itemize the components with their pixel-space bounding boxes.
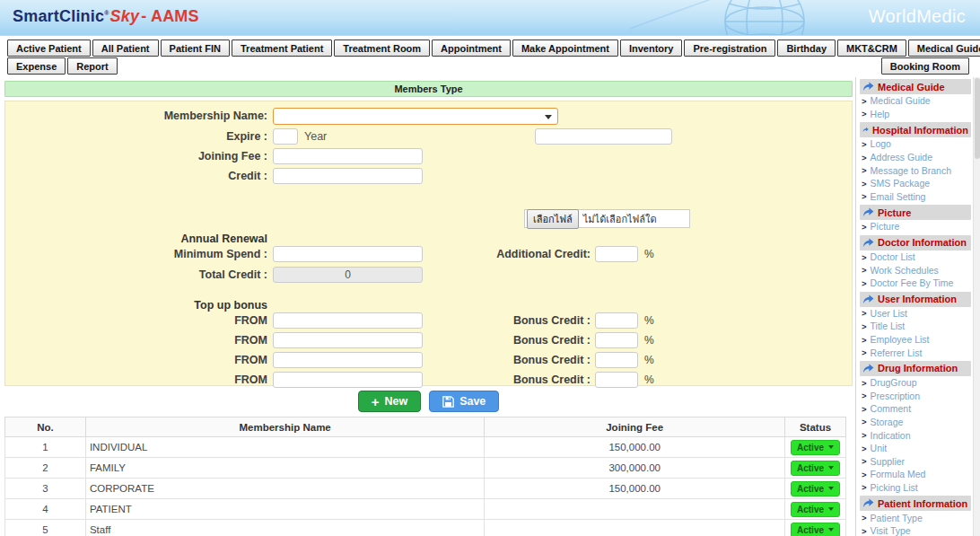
status-dropdown[interactable]: Active [791, 502, 840, 517]
sidebar-item-storage[interactable]: >Storage [860, 416, 971, 429]
sidebar-item-prescription[interactable]: >Prescription [860, 390, 971, 403]
sidebar-item-doctor-fee-by-time[interactable]: >Doctor Fee By Time [860, 277, 971, 290]
unlabeled-right-input[interactable] [535, 128, 672, 145]
tab-mkt-crm[interactable]: MKT&CRM [837, 40, 906, 57]
sidebar-item-label: Work Schedules [871, 265, 939, 276]
sidebar-item-message-to-branch[interactable]: >Message to Branch [860, 163, 971, 177]
chevron-right-icon: > [862, 417, 867, 426]
sidebar-item-patient-type[interactable]: >Patient Type [860, 511, 971, 524]
tab-report[interactable]: Report [67, 57, 117, 75]
sidebar-item-employee-list[interactable]: >Employee List [860, 333, 971, 347]
status-dropdown[interactable]: Active [791, 440, 840, 455]
sidebar-section-drug-information[interactable]: Drug Information [860, 361, 971, 376]
sidebar-item-visit-type[interactable]: >Visit Type [860, 524, 971, 536]
cell-membership-name: FAMILY [85, 458, 484, 479]
sidebar-section-user-information[interactable]: User Information [860, 292, 971, 307]
sidebar-item-medical-guide[interactable]: >Medical Guide [860, 94, 971, 108]
tab-treatment-patient[interactable]: Treatment Patient [232, 40, 332, 57]
table-row[interactable]: 5StaffActive [5, 520, 846, 536]
chevron-right-icon: > [862, 456, 867, 466]
tab-inventory[interactable]: Inventory [620, 40, 683, 57]
additional-credit-label: Additional Credit: [459, 248, 595, 260]
minimum-spend-input[interactable] [273, 246, 423, 262]
tab-all-patient[interactable]: All Patient [92, 40, 159, 57]
credit-input[interactable] [273, 168, 423, 184]
table-row[interactable]: 2FAMILY300,000.00Active [5, 458, 846, 479]
sidebar-section-patient-information[interactable]: Patient Information [860, 496, 971, 511]
joining-fee-input[interactable] [273, 148, 423, 164]
from-input-3[interactable] [273, 352, 423, 368]
sidebar-item-logo[interactable]: >Logo [860, 137, 971, 151]
sidebar-section-title: Picture [878, 207, 911, 218]
sidebar-item-label: Unit [871, 443, 888, 453]
sidebar-item-email-setting[interactable]: >Email Setting [860, 190, 971, 204]
expire-input[interactable] [273, 128, 298, 145]
save-button[interactable]: Save [429, 391, 499, 412]
total-credit-label: Total Credit : [5, 268, 273, 281]
sidebar-section-doctor-information[interactable]: Doctor Information [860, 235, 971, 250]
sidebar-item-label: Patient Type [871, 513, 923, 523]
plus-icon: + [372, 395, 380, 409]
tab-active-patient[interactable]: Active Patient [7, 40, 91, 57]
sidebar-item-druggroup[interactable]: >DrugGroup [860, 376, 971, 390]
sidebar-item-user-list[interactable]: >User List [860, 307, 971, 321]
table-row[interactable]: 4PATIENTActive [5, 499, 846, 520]
status-dropdown[interactable]: Active [791, 523, 840, 536]
sidebar-item-label: Visit Type [871, 525, 911, 536]
from-input-2[interactable] [273, 332, 423, 348]
new-button[interactable]: + New [358, 391, 421, 412]
sidebar-item-formula-med[interactable]: >Formula Med [860, 468, 971, 481]
sidebar-item-sms-package[interactable]: >SMS Package [860, 177, 971, 190]
sidebar-item-indication[interactable]: >Indication [860, 428, 971, 442]
status-dropdown[interactable]: Active [791, 461, 840, 476]
bonus-credit-input-4[interactable] [595, 372, 638, 388]
sidebar-item-referrer-list[interactable]: >Referrer List [860, 346, 971, 359]
table-row[interactable]: 3CORPORATE150,000.00Active [5, 479, 846, 499]
curved-arrow-icon [862, 364, 874, 373]
bonus-credit-label: Bonus Credit : [459, 373, 595, 386]
additional-credit-percent-sign: % [644, 248, 654, 260]
additional-credit-input[interactable] [595, 246, 638, 262]
sidebar-section-picture[interactable]: Picture [860, 205, 971, 220]
sidebar-item-doctor-list[interactable]: >Doctor List [860, 250, 971, 264]
status-label: Active [797, 443, 824, 453]
sidebar-section-medical-guide[interactable]: Medical Guide [860, 79, 971, 94]
tab-medical-guide[interactable]: Medical Guide [908, 40, 980, 57]
sidebar-item-label: Doctor Fee By Time [871, 277, 954, 288]
bonus-credit-input-2[interactable] [595, 332, 638, 348]
tab-booking-room[interactable]: Booking Room [881, 57, 969, 75]
topup-row-1: FROMBonus Credit :% [5, 312, 852, 330]
choose-file-button[interactable]: เลือกไฟล์ [527, 209, 579, 229]
bonus-credit-input-1[interactable] [595, 312, 638, 329]
sidebar-item-unit[interactable]: >Unit [860, 442, 971, 455]
tab-expense[interactable]: Expense [7, 57, 66, 75]
tab-birthday[interactable]: Birthday [777, 40, 836, 57]
topup-row-2: FROMBonus Credit :% [5, 331, 852, 349]
tab-pre-registration[interactable]: Pre-registration [684, 40, 775, 57]
membership-name-select[interactable] [273, 108, 558, 125]
sidebar-item-work-schedules[interactable]: >Work Schedules [860, 263, 971, 277]
scrollbar[interactable] [973, 77, 980, 536]
sidebar-item-label: User List [871, 308, 907, 319]
sidebar-section-hospital-information[interactable]: Hospital Information [860, 122, 971, 137]
sidebar-item-label: Picking List [871, 482, 918, 493]
table-row[interactable]: 1INDIVIDUAL150,000.00Active [5, 437, 846, 458]
chevron-right-icon: > [862, 222, 867, 232]
status-dropdown[interactable]: Active [791, 481, 840, 496]
sidebar-item-address-guide[interactable]: >Address Guide [860, 151, 971, 164]
tab-treatment-room[interactable]: Treatment Room [334, 40, 430, 57]
chevron-right-icon: > [862, 444, 867, 453]
tab-appointment[interactable]: Appointment [432, 40, 511, 57]
tab-make-appointment[interactable]: Make Appointment [512, 40, 618, 57]
tab-patient-fin[interactable]: Patient FIN [161, 40, 230, 57]
sidebar-item-picking-list[interactable]: >Picking List [860, 481, 971, 495]
sidebar-item-help[interactable]: >Help [860, 108, 971, 121]
scrollbar-thumb[interactable] [975, 78, 980, 159]
sidebar-item-supplier[interactable]: >Supplier [860, 454, 971, 468]
bonus-credit-input-3[interactable] [595, 352, 638, 368]
from-input-4[interactable] [273, 372, 423, 388]
sidebar-item-title-list[interactable]: >Title List [860, 320, 971, 333]
sidebar-item-picture[interactable]: >Picture [860, 220, 971, 233]
from-input-1[interactable] [273, 312, 423, 329]
sidebar-item-comment[interactable]: >Comment [860, 402, 971, 416]
